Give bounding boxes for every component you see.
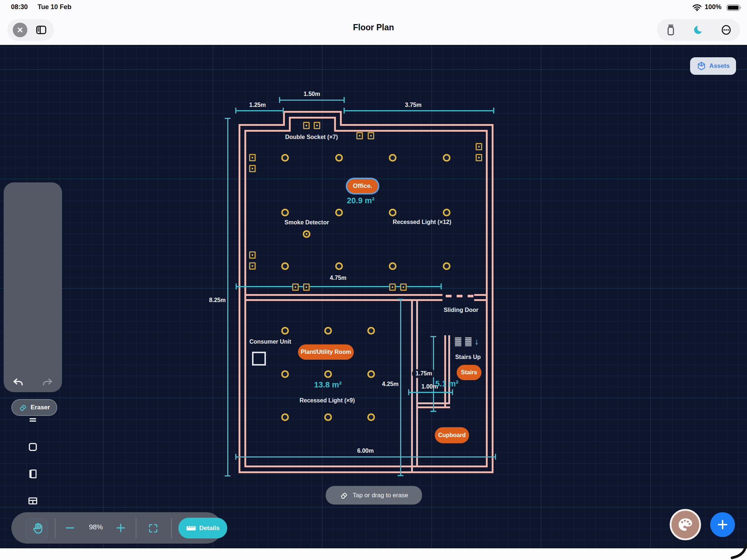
stairs-badge[interactable]: Stairs [457, 365, 481, 380]
canister-icon [665, 24, 676, 36]
hint-label: Tap or drag to erase [353, 492, 408, 499]
double-socket-symbol[interactable] [356, 132, 363, 139]
recessed-light-12-label: Recessed Light (×12) [393, 219, 452, 225]
wall-segment [444, 335, 446, 408]
recessed-light-symbol[interactable] [335, 262, 343, 270]
double-socket-symbol[interactable] [249, 154, 256, 161]
recessed-light-symbol[interactable] [335, 154, 343, 162]
stair-tread-symbol[interactable] [455, 337, 461, 347]
double-socket-symbol[interactable] [292, 283, 299, 291]
double-socket-symbol[interactable] [314, 122, 320, 129]
dim-label-1-25m: 1.25m [249, 102, 266, 108]
smoke-detector-symbol[interactable] [303, 230, 310, 238]
double-socket-symbol[interactable] [303, 122, 310, 129]
recessed-light-symbol[interactable] [335, 209, 343, 216]
eraser-chip-icon [19, 403, 27, 412]
stair-tread-symbol[interactable] [465, 337, 472, 347]
stairs-direction-arrow: ↓ [475, 336, 479, 347]
room-tool-button[interactable] [4, 441, 62, 452]
dim-label-4-75m: 4.75m [330, 275, 346, 281]
double-socket-symbol[interactable] [476, 154, 482, 161]
consumer-unit-symbol[interactable] [252, 352, 266, 366]
double-socket-symbol[interactable] [368, 132, 374, 139]
dimension-tick [235, 108, 236, 113]
recessed-light-symbol[interactable] [324, 413, 332, 421]
dimension-tick [225, 118, 231, 119]
assets-button-label: Assets [709, 62, 730, 70]
recessed-light-symbol[interactable] [443, 262, 450, 270]
home-bar [0, 548, 747, 560]
dimension-tick [452, 389, 453, 395]
dimension-line [409, 392, 452, 393]
dark-mode-button[interactable] [689, 19, 708, 40]
door-tool-button[interactable] [4, 468, 62, 479]
dimension-tick [398, 299, 403, 300]
more-options-button[interactable] [717, 19, 735, 40]
recessed-light-symbol[interactable] [367, 370, 375, 378]
wifi-icon [692, 4, 702, 11]
wall-segment [239, 124, 285, 126]
dim-label-6-00m: 6.00m [357, 448, 374, 454]
dimension-tick [283, 108, 284, 113]
recessed-light-symbol[interactable] [281, 370, 289, 378]
double-socket-symbol[interactable] [303, 283, 310, 291]
double-socket-symbol[interactable] [389, 283, 396, 291]
office-room-badge[interactable]: Office. [346, 178, 379, 194]
details-button-label: Details [199, 525, 220, 532]
add-button[interactable] [710, 512, 735, 537]
recessed-light-symbol[interactable] [389, 154, 396, 162]
recessed-light-symbol[interactable] [281, 262, 289, 270]
window-tool-button[interactable] [4, 495, 62, 506]
dim-label-1-50m: 1.50m [303, 91, 320, 97]
undo-button[interactable] [4, 377, 33, 389]
dim-label-4-25m: 4.25m [382, 381, 398, 387]
recessed-light-symbol[interactable] [443, 154, 450, 162]
recessed-light-symbol[interactable] [389, 209, 396, 216]
zoom-in-button[interactable] [115, 522, 126, 533]
wall-segment [334, 130, 488, 132]
active-tool-chip[interactable]: Eraser [11, 399, 57, 416]
dim-label-1-75m: 1.75m [412, 369, 436, 378]
wall-segment [416, 299, 418, 466]
dimension-line [279, 100, 344, 101]
floorplan-canvas[interactable]: 1.50m 1.25m 3.75m 8.25m 4.75m 4.25m 1.75… [0, 0, 747, 560]
double-socket-symbol[interactable] [249, 262, 256, 270]
pan-tool-button[interactable] [31, 522, 44, 535]
wall-segment [411, 299, 413, 471]
double-socket-symbol[interactable] [249, 251, 256, 259]
recessed-light-symbol[interactable] [281, 327, 289, 335]
stairs-area-label: 5.1 m² [435, 379, 458, 389]
recessed-light-symbol[interactable] [324, 327, 332, 335]
assets-button[interactable]: Assets [690, 57, 736, 75]
zoom-out-button[interactable] [65, 523, 76, 533]
details-button[interactable]: Details [178, 518, 227, 538]
double-socket-symbol[interactable] [249, 165, 256, 172]
dimension-line [227, 118, 228, 476]
app-window: { "status_bar": { "time": "08:30", "date… [0, 0, 747, 560]
active-tool-label: Eraser [31, 404, 50, 411]
recessed-light-symbol[interactable] [281, 154, 289, 162]
recessed-light-symbol[interactable] [281, 209, 289, 216]
plant-utility-room-badge[interactable]: Plant/Utility Room [298, 344, 354, 360]
wall-tool-button[interactable] [4, 414, 62, 425]
door-tool-icon [27, 468, 38, 479]
fit-view-button[interactable] [148, 523, 159, 534]
double-socket-symbol[interactable] [476, 143, 482, 150]
recessed-light-symbol[interactable] [324, 370, 332, 378]
wall-tool-icon [27, 414, 38, 425]
redo-button[interactable] [33, 377, 62, 389]
dimension-tick [225, 475, 231, 476]
double-socket-symbol[interactable] [400, 283, 407, 291]
recessed-light-symbol[interactable] [281, 413, 289, 421]
recessed-light-symbol[interactable] [367, 327, 375, 335]
style-palette-button[interactable] [670, 509, 701, 540]
recessed-light-symbol[interactable] [367, 413, 375, 421]
divider [55, 518, 55, 538]
wall-segment [418, 402, 450, 404]
canister-button[interactable] [662, 19, 680, 40]
stairs-up-label: Stairs Up [455, 354, 481, 360]
recessed-light-symbol[interactable] [389, 262, 396, 270]
wall-segment [289, 117, 336, 119]
recessed-light-symbol[interactable] [443, 209, 450, 216]
cupboard-badge[interactable]: Cupboard [435, 427, 469, 443]
